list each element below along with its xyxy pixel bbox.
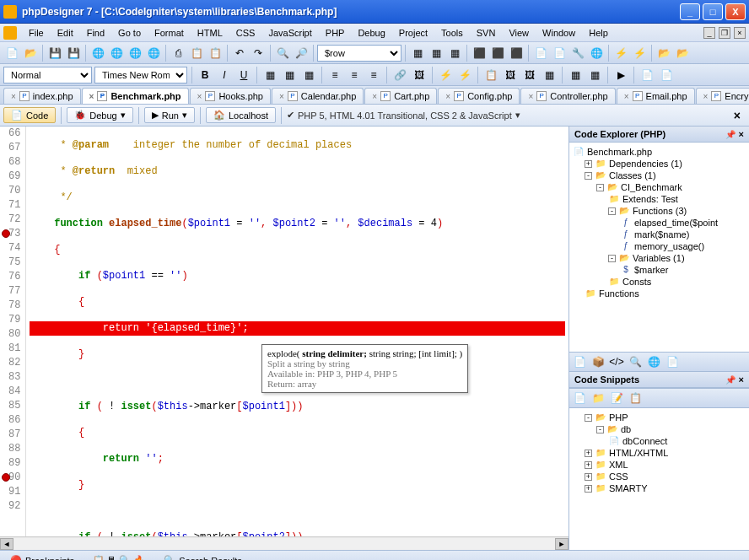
toolbar-button[interactable]: ▦ xyxy=(261,67,278,83)
toolbar-button[interactable]: 🔧 xyxy=(569,45,586,62)
menu-view[interactable]: View xyxy=(502,25,536,40)
toolbar-button[interactable]: 🔍 xyxy=(274,45,291,62)
toolbar-button[interactable]: 🖼 xyxy=(411,67,428,83)
localhost-tab[interactable]: 🏠 Localhost xyxy=(206,107,276,123)
toolbar-button[interactable]: ▦ xyxy=(586,67,603,83)
menu-find[interactable]: Find xyxy=(80,25,111,40)
globe-icon[interactable]: 🌐 xyxy=(108,45,125,62)
toolbar-button[interactable]: ≡ xyxy=(346,67,363,83)
mdi-close-button[interactable]: × xyxy=(734,27,746,39)
tab-index[interactable]: ×Pindex.php xyxy=(3,88,81,104)
bold-button[interactable]: B xyxy=(197,67,213,83)
maximize-button[interactable]: □ xyxy=(703,3,723,20)
toolbar-button[interactable]: 📋 xyxy=(188,45,205,62)
menu-svn[interactable]: SVN xyxy=(470,25,503,40)
toolbar-button[interactable]: ▦ xyxy=(300,67,317,83)
snippets-tree[interactable]: -📂PHP -📂db 📄dbConnect +📁HTML/XHTML +📁XML… xyxy=(569,408,749,550)
tab-calendar[interactable]: ×PCalendar.php xyxy=(272,88,364,104)
code-editor[interactable]: 66676869707172 73 74757677787980 8182838… xyxy=(0,127,568,536)
tab-hooks[interactable]: ×PHooks.php xyxy=(190,88,271,104)
menu-debug[interactable]: Debug xyxy=(351,25,391,40)
save-button[interactable]: 💾 xyxy=(46,45,63,62)
italic-button[interactable]: I xyxy=(216,67,233,83)
menu-project[interactable]: Project xyxy=(392,25,434,40)
toolbar-button[interactable]: ▦ xyxy=(281,67,298,83)
toolbar-button[interactable]: ⚡ xyxy=(612,45,629,62)
code-content[interactable]: * @param integer the number of decimal p… xyxy=(26,127,568,536)
toolbar-button[interactable]: ⬛ xyxy=(471,45,488,62)
toolbar-button[interactable]: ↷ xyxy=(250,45,267,62)
menu-edit[interactable]: Edit xyxy=(51,25,80,40)
run-tab[interactable]: ▶ Run ▾ xyxy=(144,107,195,123)
toolbar-button[interactable]: ⬛ xyxy=(508,45,525,62)
menu-javascript[interactable]: JavaScript xyxy=(261,25,318,40)
toolbar-button[interactable]: ⚡ xyxy=(456,67,473,83)
scroll-right-icon[interactable]: ► xyxy=(555,538,568,550)
menu-tools[interactable]: Tools xyxy=(434,25,470,40)
code-tab[interactable]: 📄 Code xyxy=(3,107,56,123)
tab-config[interactable]: ×PConfig.php xyxy=(438,88,520,104)
close-button[interactable]: X xyxy=(725,3,746,20)
menu-css[interactable]: CSS xyxy=(229,25,262,40)
save-all-button[interactable]: 💾 xyxy=(65,45,82,62)
pin-icon[interactable]: 📌 xyxy=(725,130,736,139)
panel-button[interactable]: 🌐 xyxy=(645,353,662,370)
toolbar-button[interactable]: ▦ xyxy=(446,45,463,62)
pin-icon[interactable]: 📌 xyxy=(725,375,736,385)
search-results-tab[interactable]: 🔍 Search Results xyxy=(159,553,247,560)
close-panel-icon[interactable]: × xyxy=(739,374,744,385)
tab-benchmark[interactable]: ×PBenchmark.php xyxy=(82,88,189,104)
row-combo[interactable]: $row xyxy=(317,45,401,62)
panel-button[interactable]: 📄 xyxy=(664,353,681,370)
panel-button[interactable]: 📄 xyxy=(571,353,588,370)
toolbar-button[interactable]: 📄 xyxy=(639,67,655,83)
toolbar-button[interactable]: 📄 xyxy=(551,45,568,62)
globe-icon[interactable]: 🌐 xyxy=(89,45,106,62)
menu-help[interactable]: Help xyxy=(582,25,615,40)
toolbar-button[interactable]: ▦ xyxy=(428,45,445,62)
menu-file[interactable]: File xyxy=(22,25,51,40)
toolbar-button[interactable]: 📋 xyxy=(207,45,224,62)
editor-hscroll[interactable]: ◄ ► xyxy=(0,536,568,550)
doctype-info[interactable]: ✔ PHP 5, HTML 4.01 Transitional, CSS 2 &… xyxy=(287,110,520,121)
scroll-left-icon[interactable]: ◄ xyxy=(0,538,13,550)
menu-format[interactable]: Format xyxy=(148,25,191,40)
close-panel-icon[interactable]: × xyxy=(739,129,744,139)
toolbar-button[interactable]: 📂 xyxy=(674,45,691,62)
breakpoints-tab[interactable]: 🔴 Breakpoints xyxy=(5,553,79,560)
toolbar-button[interactable]: 📄 xyxy=(658,67,675,83)
panel-button[interactable]: </> xyxy=(608,353,625,370)
toolbar-button[interactable]: ↶ xyxy=(231,45,248,62)
underline-button[interactable]: U xyxy=(235,67,252,83)
toolbar-button[interactable]: ▦ xyxy=(541,67,558,83)
toolbar-button[interactable]: 🖼 xyxy=(502,67,519,83)
menu-window[interactable]: Window xyxy=(536,25,582,40)
toolbar-button[interactable]: ⬛ xyxy=(489,45,506,62)
toolbar-button[interactable]: ⚡ xyxy=(631,45,648,62)
tab-cart[interactable]: ×PCart.php xyxy=(364,88,437,104)
mdi-restore-button[interactable]: ❐ xyxy=(719,27,730,39)
panel-button[interactable]: 📝 xyxy=(608,390,625,407)
tab-encrypt[interactable]: ×PEncrypt.php xyxy=(696,88,750,104)
toolbar-button[interactable]: ⎙ xyxy=(170,45,186,62)
panel-button[interactable]: 📁 xyxy=(590,390,606,407)
breakpoint-icon[interactable] xyxy=(2,473,10,482)
tab-controller[interactable]: ×PController.php xyxy=(520,88,615,104)
mdi-minimize-button[interactable]: _ xyxy=(703,27,715,39)
open-button[interactable]: 📂 xyxy=(22,45,39,62)
new-button[interactable]: 📄 xyxy=(3,45,20,62)
toolbar-button[interactable]: 🔎 xyxy=(293,45,310,62)
toolbar-button[interactable]: 📋 xyxy=(482,67,499,83)
font-combo[interactable]: Times New Roman xyxy=(94,67,187,83)
toolbar-button[interactable]: 🌐 xyxy=(588,45,605,62)
tab-email[interactable]: ×PEmail.php xyxy=(617,88,695,104)
toolbar-button[interactable]: ⚡ xyxy=(437,67,454,83)
toolbar-button[interactable]: 📄 xyxy=(532,45,549,62)
toolbar-button[interactable]: ▶ xyxy=(612,67,629,83)
debug-tab[interactable]: 🐞 Debug ▾ xyxy=(67,107,132,123)
toolbar-button[interactable]: 📂 xyxy=(655,45,672,62)
menu-html[interactable]: HTML xyxy=(191,25,229,40)
panel-button[interactable]: 📦 xyxy=(590,353,606,370)
explorer-tree[interactable]: 📄Benchmark.php +📁Dependencies (1) -📂Clas… xyxy=(569,143,749,352)
menu-php[interactable]: PHP xyxy=(319,25,352,40)
